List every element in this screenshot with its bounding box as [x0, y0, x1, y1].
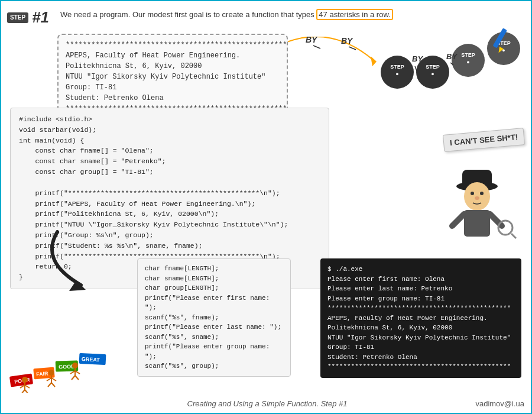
svg-text:BY: BY [412, 54, 423, 63]
svg-line-58 [75, 376, 79, 380]
rating-svg: POOR FAIR GOOD GREAT [7, 345, 116, 393]
code-line: int main(void) { [19, 135, 320, 146]
svg-text:GREAT: GREAT [82, 356, 100, 363]
footer-right-text: vadimov@i.ua [475, 399, 524, 408]
svg-line-28 [452, 214, 464, 226]
output-line-5: Group: TI-81 [66, 82, 280, 93]
svg-text:STEP: STEP [461, 52, 475, 58]
cant-see-sticker: I CAN'T SEE SH*T! [443, 128, 525, 152]
output-line-2: APEPS, Faculty of Heat Power Engineering… [66, 50, 280, 61]
footer-center-text: Creating and Using a Simple Function. St… [187, 399, 348, 408]
svg-text:●: ● [466, 59, 469, 65]
output-line-6: Student: Petrenko Olena [66, 93, 280, 104]
code-line: printf("Politekhnicna St, 6, Kyiv, 02000… [19, 209, 320, 219]
code-line [19, 177, 320, 188]
svg-rect-27 [464, 210, 490, 237]
svg-line-49 [47, 378, 51, 381]
code-line: printf("APEPS, Faculty of Heat Power Eng… [19, 199, 320, 209]
step-box: STEP [7, 12, 28, 23]
code-line: printf("********************************… [19, 188, 320, 199]
output-line-3: Politekhnicna St, 6, Kyiv, 02000 [66, 61, 280, 72]
code-line: const char fname[] = "Olena"; [19, 145, 320, 156]
terminal-box: $ ./a.exe Please enter first name: Olena… [320, 258, 521, 378]
svg-line-46 [25, 390, 28, 393]
terminal-line: Group: TI-81 [327, 342, 514, 352]
rating-area: POOR FAIR GOOD GREAT [7, 345, 116, 394]
step-number: #1 [32, 8, 49, 27]
svg-line-57 [72, 376, 75, 380]
svg-marker-32 [69, 280, 86, 291]
terminal-line: NTUU "Igor Sikorsky Kyiv Polytechnic Ins… [327, 333, 514, 343]
terminal-line: Politekhnicna St, 6, Kyiv, 02000 [327, 323, 514, 333]
code-line-b: scanf("%s", group); [145, 361, 283, 371]
step-label: STEP [10, 14, 25, 21]
svg-line-31 [511, 234, 516, 238]
intro-text: We need a program. Our modest first goal… [60, 10, 314, 19]
output-line-4: NTUU "Igor Sikorsky Kyiv Polytechnic Ins… [66, 72, 280, 82]
terminal-line: Please enter group name: TI-81 [327, 294, 514, 304]
svg-text:BY: BY [341, 37, 353, 46]
svg-line-56 [75, 371, 80, 374]
svg-text:BY: BY [446, 52, 458, 61]
svg-text:●: ● [502, 47, 505, 53]
code-line-b: char sname[LENGTH]; [145, 274, 283, 284]
svg-text:●: ● [431, 71, 434, 77]
footer-center: Creating and Using a Simple Function. St… [187, 399, 348, 408]
svg-point-25 [480, 192, 484, 195]
terminal-separator: ****************************************… [327, 362, 514, 372]
code-line: void starbar(void); [19, 125, 320, 135]
terminal-line: Please enter first name: Olena [327, 274, 514, 284]
terminal-line: Student: Petrenko Olena [327, 352, 514, 363]
code-line-b: scanf("%s", fname); [145, 313, 283, 323]
svg-point-53 [72, 363, 78, 368]
code-line: const char group[] = "TI-81"; [19, 167, 320, 177]
detective-figure [436, 158, 518, 241]
terminal-line: Please enter last name: Petrenko [327, 284, 514, 294]
code-line-b: scanf("%s", sname); [145, 332, 283, 342]
code-line-b: printf("Please enter group name: "); [145, 342, 283, 361]
svg-line-3 [313, 46, 320, 48]
svg-line-51 [48, 383, 51, 387]
svg-text:FAIR: FAIR [36, 370, 49, 377]
code-line-b: char group[LENGTH]; [145, 283, 283, 293]
footer-right: vadimov@i.ua [475, 399, 524, 408]
step-diagram: STEP ● STEP ● STEP ● STEP ● BY BY [368, 25, 515, 96]
header-text: We need a program. Our modest first goal… [60, 9, 415, 20]
svg-line-44 [25, 385, 30, 388]
svg-point-41 [22, 377, 28, 383]
svg-line-45 [21, 390, 25, 393]
code-line: #include <stdio.h> [19, 114, 320, 125]
cant-see-text: I CAN'T SEE SH*T! [450, 132, 518, 147]
code-line: const char sname[] = "Petrenko"; [19, 156, 320, 167]
output-line-1: ****************************************… [66, 40, 280, 50]
svg-point-24 [471, 192, 474, 195]
highlight-text: 47 asterisks in a row. [316, 9, 392, 20]
step-badge: STEP #1 [7, 8, 49, 27]
code-line-b: char fname[LENGTH]; [145, 264, 283, 274]
code-block-bottom: char fname[LENGTH]; char sname[LENGTH]; … [137, 258, 291, 377]
svg-line-50 [51, 378, 56, 381]
svg-point-26 [475, 196, 479, 200]
svg-point-47 [48, 370, 54, 376]
svg-text:BY: BY [306, 37, 318, 44]
svg-text:●: ● [395, 71, 398, 77]
svg-line-52 [51, 383, 55, 387]
terminal-line: $ ./a.exe [327, 264, 514, 274]
terminal-line: APEPS, Faculty of Heat Power Engineering… [327, 313, 514, 324]
code-line-b: printf("Please enter first name: "); [145, 293, 283, 313]
terminal-separator: ****************************************… [327, 303, 514, 313]
code-line-b: printf("Please enter last name: "); [145, 322, 283, 332]
svg-text:STEP: STEP [390, 64, 404, 70]
svg-text:STEP: STEP [426, 64, 440, 70]
main-container: STEP #1 We need a program. Our modest fi… [1, 1, 532, 414]
